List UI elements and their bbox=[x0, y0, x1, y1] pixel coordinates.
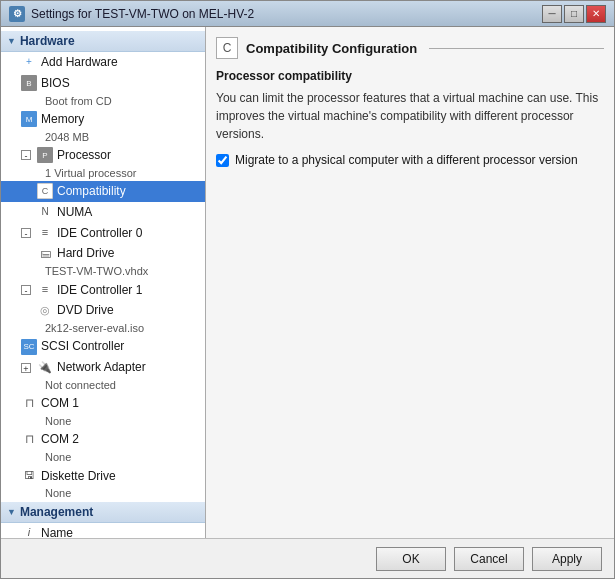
apply-button[interactable]: Apply bbox=[532, 547, 602, 571]
sidebar-item-floppy[interactable]: 🖫 Diskette Drive bbox=[1, 466, 205, 487]
com2-label: COM 2 bbox=[41, 431, 79, 448]
add-hardware-icon: + bbox=[21, 54, 37, 70]
main-window: ⚙ Settings for TEST-VM-TWO on MEL-HV-2 ─… bbox=[0, 0, 615, 579]
right-panel: C Compatibility Configuration Processor … bbox=[206, 27, 614, 538]
scsi-icon: SC bbox=[21, 339, 37, 355]
config-description: You can limit the processor features tha… bbox=[216, 89, 604, 143]
sidebar-item-processor[interactable]: - P Processor bbox=[1, 145, 205, 166]
processor-icon: P bbox=[37, 147, 53, 163]
maximize-button[interactable]: □ bbox=[564, 5, 584, 23]
memory-label: Memory bbox=[41, 111, 84, 128]
sidebar-item-compatibility[interactable]: C Compatibility bbox=[1, 181, 205, 202]
sidebar-item-harddrive[interactable]: 🖴 Hard Drive bbox=[1, 243, 205, 264]
bios-sub: Boot from CD bbox=[1, 94, 205, 109]
config-title-row: C Compatibility Configuration bbox=[216, 37, 604, 59]
window-controls: ─ □ ✕ bbox=[542, 5, 606, 23]
content-area: ▼ Hardware + Add Hardware B BIOS Boot fr… bbox=[1, 27, 614, 538]
memory-icon: M bbox=[21, 111, 37, 127]
sidebar-item-bios[interactable]: B BIOS bbox=[1, 73, 205, 94]
harddrive-icon: 🖴 bbox=[37, 246, 53, 262]
com1-sub: None bbox=[1, 414, 205, 429]
window-title: Settings for TEST-VM-TWO on MEL-HV-2 bbox=[31, 7, 542, 21]
network-sub: Not connected bbox=[1, 378, 205, 393]
com1-icon: ⊓ bbox=[21, 396, 37, 412]
com1-label: COM 1 bbox=[41, 395, 79, 412]
sidebar-item-add-hardware[interactable]: + Add Hardware bbox=[1, 52, 205, 73]
processor-expand[interactable]: - bbox=[21, 150, 31, 160]
ide0-icon: ≡ bbox=[37, 225, 53, 241]
config-divider bbox=[429, 48, 604, 49]
com2-icon: ⊓ bbox=[21, 432, 37, 448]
dvd-icon: ◎ bbox=[37, 303, 53, 319]
name-icon: i bbox=[21, 525, 37, 538]
floppy-icon: 🖫 bbox=[21, 468, 37, 484]
ide0-label: IDE Controller 0 bbox=[57, 225, 142, 242]
sidebar-item-network[interactable]: + 🔌 Network Adapter bbox=[1, 357, 205, 378]
management-chevron: ▼ bbox=[7, 507, 16, 517]
sidebar-item-name[interactable]: i Name bbox=[1, 523, 205, 538]
dvddrive-label: DVD Drive bbox=[57, 302, 114, 319]
ide1-expand[interactable]: - bbox=[21, 285, 31, 295]
numa-label: NUMA bbox=[57, 204, 92, 221]
harddrive-label: Hard Drive bbox=[57, 245, 114, 262]
ide1-label: IDE Controller 1 bbox=[57, 282, 142, 299]
compatibility-icon: C bbox=[37, 183, 53, 199]
config-section: Processor compatibility You can limit th… bbox=[216, 69, 604, 167]
window-icon: ⚙ bbox=[9, 6, 25, 22]
floppy-label: Diskette Drive bbox=[41, 468, 116, 485]
compatibility-label: Compatibility bbox=[57, 183, 126, 200]
sidebar-item-dvddrive[interactable]: ◎ DVD Drive bbox=[1, 300, 205, 321]
management-label: Management bbox=[20, 505, 93, 519]
ide0-expand[interactable]: - bbox=[21, 228, 31, 238]
network-icon: 🔌 bbox=[37, 360, 53, 376]
hardware-label: Hardware bbox=[20, 34, 75, 48]
scsi-label: SCSI Controller bbox=[41, 338, 124, 355]
floppy-sub: None bbox=[1, 486, 205, 501]
bottom-bar: OK Cancel Apply bbox=[1, 538, 614, 578]
section-title: Processor compatibility bbox=[216, 69, 604, 83]
sidebar-item-ide1[interactable]: - ≡ IDE Controller 1 bbox=[1, 280, 205, 301]
config-title: Compatibility Configuration bbox=[246, 41, 421, 56]
left-panel: ▼ Hardware + Add Hardware B BIOS Boot fr… bbox=[1, 27, 206, 538]
processor-label: Processor bbox=[57, 147, 111, 164]
close-button[interactable]: ✕ bbox=[586, 5, 606, 23]
name-label: Name bbox=[41, 525, 73, 538]
config-icon-symbol: C bbox=[223, 41, 232, 55]
network-expand[interactable]: + bbox=[21, 363, 31, 373]
title-bar: ⚙ Settings for TEST-VM-TWO on MEL-HV-2 ─… bbox=[1, 1, 614, 27]
numa-icon: N bbox=[37, 204, 53, 220]
processor-compat-checkbox[interactable] bbox=[216, 154, 229, 167]
add-hardware-label: Add Hardware bbox=[41, 54, 118, 71]
checkbox-label: Migrate to a physical computer with a di… bbox=[235, 153, 578, 167]
sidebar-item-com1[interactable]: ⊓ COM 1 bbox=[1, 393, 205, 414]
config-icon: C bbox=[216, 37, 238, 59]
memory-sub: 2048 MB bbox=[1, 130, 205, 145]
hardware-chevron: ▼ bbox=[7, 36, 16, 46]
sidebar-item-memory[interactable]: M Memory bbox=[1, 109, 205, 130]
sidebar-item-scsi[interactable]: SC SCSI Controller bbox=[1, 336, 205, 357]
cancel-button[interactable]: Cancel bbox=[454, 547, 524, 571]
hardware-section-header[interactable]: ▼ Hardware bbox=[1, 31, 205, 52]
sidebar-item-com2[interactable]: ⊓ COM 2 bbox=[1, 429, 205, 450]
minimize-button[interactable]: ─ bbox=[542, 5, 562, 23]
com2-sub: None bbox=[1, 450, 205, 465]
bios-icon: B bbox=[21, 75, 37, 91]
network-label: Network Adapter bbox=[57, 359, 146, 376]
sidebar-item-ide0[interactable]: - ≡ IDE Controller 0 bbox=[1, 223, 205, 244]
harddrive-sub: TEST-VM-TWO.vhdx bbox=[1, 264, 205, 279]
checkbox-row: Migrate to a physical computer with a di… bbox=[216, 153, 604, 167]
ide1-icon: ≡ bbox=[37, 282, 53, 298]
dvddrive-sub: 2k12-server-eval.iso bbox=[1, 321, 205, 336]
management-section-header[interactable]: ▼ Management bbox=[1, 502, 205, 523]
sidebar-item-numa[interactable]: N NUMA bbox=[1, 202, 205, 223]
ok-button[interactable]: OK bbox=[376, 547, 446, 571]
bios-label: BIOS bbox=[41, 75, 70, 92]
processor-sub: 1 Virtual processor bbox=[1, 166, 205, 181]
